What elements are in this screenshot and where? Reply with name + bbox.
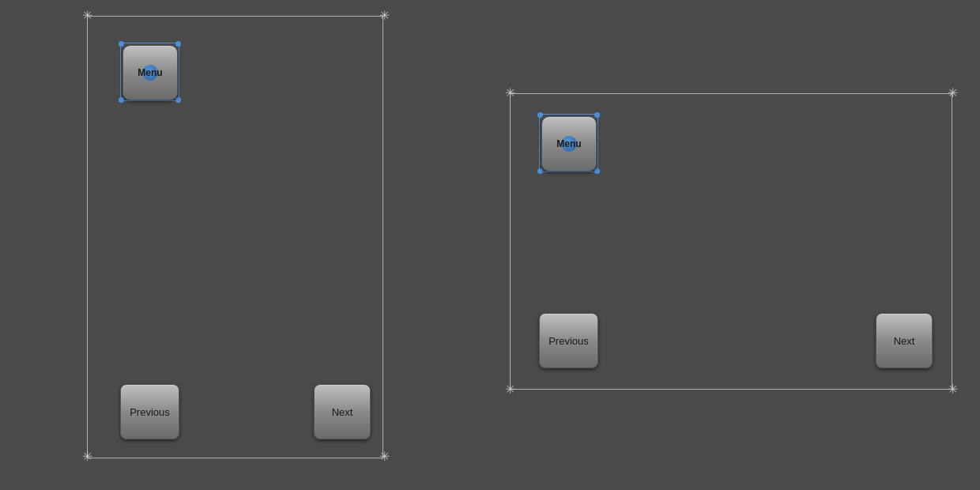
panel2-next-label: Next	[894, 335, 915, 347]
panel1-corner-bl[interactable]: ✳	[81, 451, 92, 462]
handle-tr[interactable]	[175, 41, 181, 47]
panel2-corner-br[interactable]: ✳	[947, 384, 958, 395]
panel2-corner-tr[interactable]: ✳	[947, 88, 958, 99]
panel1-corner-tr[interactable]: ✳	[379, 10, 390, 21]
handle-br[interactable]	[594, 168, 600, 174]
panel2-previous-label: Previous	[548, 335, 589, 347]
panel2-menu-button[interactable]: Menu	[541, 116, 597, 172]
panel1-previous-label: Previous	[130, 406, 170, 418]
handle-tl[interactable]	[119, 41, 124, 47]
panel2-menu-label: Menu	[556, 138, 581, 149]
panel1-next-label: Next	[332, 406, 353, 418]
panel2-next-button[interactable]: Next	[876, 313, 933, 368]
panel1-corner-tl[interactable]: ✳	[81, 10, 92, 21]
panel2-corner-tl[interactable]: ✳	[504, 88, 515, 99]
handle-tl[interactable]	[537, 112, 543, 118]
panel1-menu-label: Menu	[138, 67, 162, 78]
panel2-previous-button[interactable]: Previous	[539, 313, 598, 368]
panel2-corner-bl[interactable]: ✳	[504, 384, 515, 395]
panel1-previous-button[interactable]: Previous	[120, 384, 179, 439]
handle-br[interactable]	[175, 97, 181, 103]
panel1-corner-br[interactable]: ✳	[379, 451, 390, 462]
handle-bl[interactable]	[537, 168, 543, 174]
panel1-menu-button[interactable]: Menu	[122, 45, 178, 100]
handle-tr[interactable]	[594, 112, 600, 118]
handle-bl[interactable]	[119, 97, 124, 103]
panel1-next-button[interactable]: Next	[314, 384, 371, 439]
